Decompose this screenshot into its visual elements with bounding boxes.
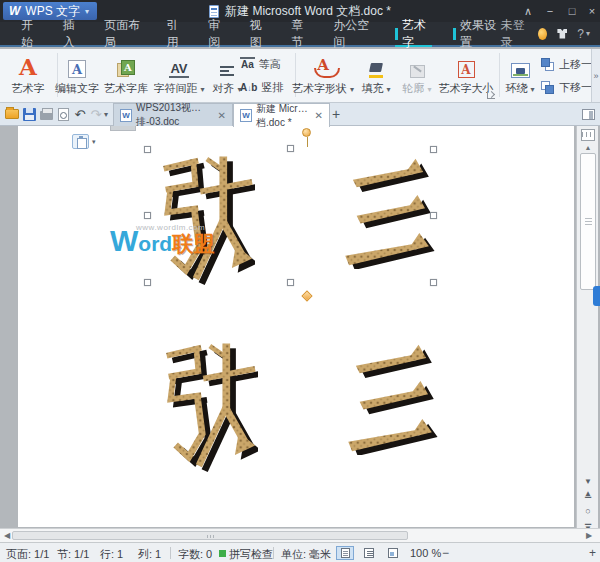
equal-height-icon: Aa [240,57,255,71]
status-word-count[interactable]: 字数: 0 [178,547,212,562]
wordart-gallery-button[interactable]: A 艺术字库 [102,50,150,102]
wordart-gallery-icon: A [117,60,135,78]
ruler-toggle-icon[interactable] [581,129,595,141]
close-tab-icon[interactable]: ✕ [315,110,323,121]
edit-text-button[interactable]: A 编辑文字 [52,50,102,102]
tab-page-layout[interactable]: 页面布局 [104,22,145,45]
tab-effect-settings[interactable]: 效果设置 [453,22,500,45]
wordart-shape-button[interactable]: A 艺术字形状 ▾ [292,50,354,102]
outline-button: 轮廓 ▾ [398,50,436,102]
bring-forward-icon [541,58,555,71]
points-icon[interactable] [538,28,547,40]
scroll-down-arrow[interactable]: ▼ [577,478,599,486]
send-backward-icon [541,81,555,94]
horizontal-scroll-thumb[interactable] [12,531,408,540]
margin-marker [110,126,136,131]
dialog-launcher-icon[interactable] [487,91,495,99]
rotation-handle-stem [307,137,308,147]
undo-button[interactable]: ↶ [72,106,88,122]
adjust-handle-diamond[interactable] [301,290,312,301]
vertical-text-button[interactable]: A↓b 竖排 [240,77,283,97]
outline-view-icon [364,548,374,558]
status-column: 列: 1 [138,547,161,562]
wordart-san-row1[interactable] [339,155,437,269]
wps-logo-icon: W [9,4,20,18]
page-view-button[interactable] [336,546,354,560]
ribbon-expand-button[interactable]: » [591,49,600,102]
status-section: 节: 1/1 [57,547,89,562]
selection-handle-bottom-left[interactable] [144,279,151,286]
next-page-button[interactable]: ▁▼ [577,517,599,528]
tab-review[interactable]: 审阅 [208,22,229,45]
close-tab-icon[interactable]: ✕ [218,110,226,121]
web-view-icon [388,548,398,558]
login-status[interactable]: 未登录 [501,17,528,51]
align-icon [220,64,234,78]
print-button[interactable] [38,106,54,122]
open-button[interactable] [4,106,20,122]
zoom-in-button[interactable]: + [589,547,596,559]
wordart-button[interactable]: A 艺术字 [2,50,54,102]
selection-handle-bottom-middle[interactable] [287,279,294,286]
tab-view[interactable]: 视图 [250,22,271,45]
tab-wordart[interactable]: 艺术字 [395,22,432,45]
wordart-shape-icon: A [317,58,329,73]
web-view-button[interactable] [384,546,402,560]
paste-options-button[interactable] [72,134,89,149]
sidebar-pull-tab[interactable] [593,286,600,306]
zoom-level[interactable]: 100 % [410,547,441,559]
horizontal-scrollbar[interactable]: ◀ ▶ [0,528,600,542]
scroll-left-arrow[interactable]: ◀ [4,531,10,540]
tab-references[interactable]: 引用 [167,22,188,45]
print-preview-button[interactable] [55,106,71,122]
tab-insert[interactable]: 插入 [63,22,84,45]
wordart-zhang-row2[interactable] [158,336,258,476]
selection-handle-middle-right[interactable] [430,212,437,219]
tab-list-icon[interactable] [582,109,595,120]
save-icon [23,108,36,121]
selection-handle-top-left[interactable] [144,146,151,153]
wordart-zhang-row1[interactable] [155,149,255,289]
status-separator [170,547,171,559]
select-browse-object-button[interactable]: ○ [577,507,599,516]
selection-handle-top-middle[interactable] [287,145,294,152]
wrap-button[interactable]: 环绕 ▾ [501,50,539,102]
print-preview-icon [58,108,69,121]
watermark-url: www.wordlm.com [136,224,205,232]
document-page[interactable]: ▾ [18,126,574,527]
document-tab-active[interactable]: W 新建 Micr…档.doc * ✕ [233,103,330,127]
tab-home[interactable]: 开始 [21,22,42,45]
quick-access-more-button[interactable]: ▾ [101,106,111,122]
status-separator [273,547,274,559]
vertical-scrollbar[interactable]: ▲ ▼ ▲▔ ○ ▁▼ [576,126,598,528]
new-tab-button[interactable]: + [332,106,340,122]
document-tab-inactive[interactable]: W WPS2013视…排-03.doc ✕ [113,103,233,126]
chevron-down-icon: ▾ [531,85,535,94]
wps-writer-window: W WPS 文字 ▾ 新建 Microsoft Word 文档.doc * ∧ … [0,0,600,562]
help-button[interactable]: ? ▾ [577,27,590,41]
scroll-up-arrow[interactable]: ▲ [577,144,599,151]
status-line: 行: 1 [100,547,123,562]
tab-section[interactable]: 章节 [292,22,313,45]
equal-height-button[interactable]: Aa 等高 [240,54,281,74]
char-spacing-icon: AV [169,62,188,78]
selection-handle-middle-left[interactable] [144,212,151,219]
vertical-scroll-thumb[interactable] [580,153,596,290]
undo-icon: ↶ [75,108,86,121]
scroll-right-arrow[interactable]: ▶ [586,531,592,540]
fill-button[interactable]: 填充 ▾ [356,50,396,102]
tab-office-space[interactable]: 办公空间 [333,22,374,45]
skin-icon[interactable] [557,29,567,39]
chevron-down-icon: ▾ [350,85,354,94]
zoom-out-button[interactable]: − [442,547,449,559]
char-spacing-button[interactable]: AV 字符间距 ▾ [150,50,208,102]
save-button[interactable] [21,106,37,122]
selection-handle-top-right[interactable] [430,146,437,153]
fill-icon [368,62,385,78]
selection-handle-bottom-right[interactable] [430,279,437,286]
outline-view-button[interactable] [360,546,378,560]
ribbon: A 艺术字 A 编辑文字 A 艺术字库 AV 字符间距 ▾ 对齐 ▾ Aa 等高… [0,49,600,103]
status-spellcheck[interactable]: 拼写检查 [229,547,273,562]
wordart-san-row2[interactable] [342,341,440,455]
previous-page-button[interactable]: ▲▔ [577,490,599,506]
